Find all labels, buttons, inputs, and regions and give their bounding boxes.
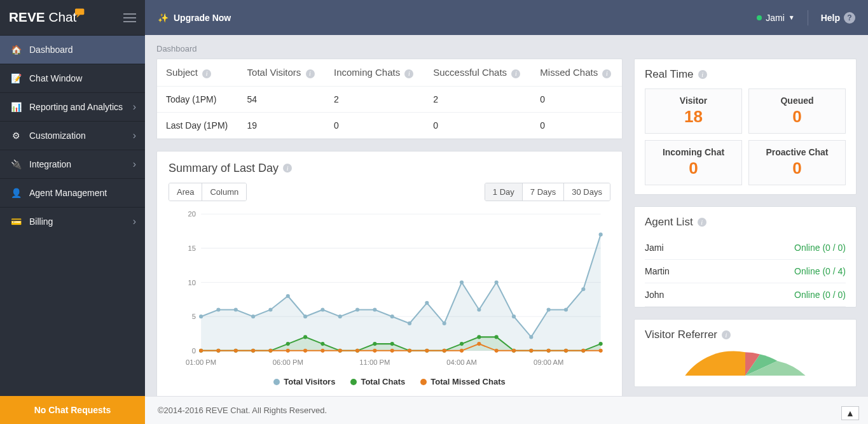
summary-chart: 0510152001:00 PM06:00 PM11:00 PM04:00 AM… [169,208,610,371]
svg-point-27 [338,314,342,318]
agent-row: JohnOnline (0 / 0) [645,283,846,307]
range-1day-button[interactable]: 1 Day [485,183,522,201]
svg-point-33 [443,321,446,325]
nav-chat-window[interactable]: 📝Chat Window [0,64,145,92]
nav-billing[interactable]: 💳Billing› [0,207,145,236]
agent-list[interactable]: JamiOnline (0 / 0) MartinOnline (0 / 4) … [645,236,846,307]
svg-point-86 [529,348,533,352]
svg-point-20 [216,307,220,311]
summary-title: Summary of Last Dayi [169,162,610,175]
help-link[interactable]: Help ? [821,12,855,24]
svg-point-58 [460,342,464,346]
svg-point-82 [460,348,464,352]
svg-point-23 [268,307,272,311]
th-successful: Successful Chats i [424,59,531,86]
svg-point-25 [303,314,307,318]
nav-agent-mgmt[interactable]: 👤Agent Management [0,178,145,207]
gear-icon: ⚙ [10,131,22,141]
column-button[interactable]: Column [202,183,246,201]
table-row: Today (1PM)54220 [157,86,622,112]
th-visitors: Total Visitors i [238,59,325,86]
chevron-right-icon: › [133,130,136,141]
menu-toggle-icon[interactable] [123,13,136,22]
rt-visitor: Visitor18 [645,88,742,134]
svg-point-79 [408,348,411,352]
nav-label: Chat Window [29,73,82,83]
chart-icon: 📊 [10,102,22,112]
upgrade-button[interactable]: ✨ Upgrade Now [158,13,231,23]
chart-range-buttons: 1 Day 7 Days 30 Days [485,183,610,201]
svg-point-24 [286,293,290,297]
brand-logo: REVE Chat [9,8,100,28]
user-menu[interactable]: Jami ▼ [757,13,794,23]
svg-text:09:00 AM: 09:00 AM [534,358,563,366]
scroll-top-button[interactable]: ▲ [841,406,859,420]
info-icon: i [283,164,292,173]
svg-point-38 [529,335,533,339]
nav-label: Dashboard [29,45,73,55]
wand-icon: ✨ [158,13,169,23]
user-icon: 👤 [10,188,22,198]
svg-point-76 [355,348,359,352]
agent-row: MartinOnline (0 / 4) [645,260,846,283]
svg-point-70 [251,348,255,352]
th-subject: Subject i [157,59,238,86]
help-icon: ? [844,12,855,24]
svg-point-73 [303,348,307,352]
range-30days-button[interactable]: 30 Days [563,183,610,201]
nav-integration[interactable]: 🔌Integration› [0,150,145,178]
chat-requests-bar[interactable]: No Chat Requests [0,396,145,424]
agent-row: JamiOnline (0 / 0) [645,236,846,260]
caret-down-icon: ▼ [789,14,795,21]
svg-point-40 [564,307,568,311]
svg-point-48 [286,342,290,346]
chart-view-buttons: Area Column [169,183,247,201]
table-row: Last Day (1PM)19000 [157,112,622,138]
svg-text:5: 5 [192,313,196,320]
svg-point-54 [390,342,394,346]
svg-point-72 [286,348,290,352]
svg-text:04:00 AM: 04:00 AM [446,358,476,366]
svg-point-85 [512,348,516,352]
logo-area: REVE Chat [0,0,145,35]
svg-point-84 [495,348,499,352]
edit-icon: 📝 [10,73,22,83]
info-icon: i [722,330,731,339]
breadcrumb: Dashboard [156,44,857,53]
nav-customization[interactable]: ⚙Customization› [0,121,145,150]
nav-label: Agent Management [29,188,107,198]
legend-visitors: Total Visitors [284,377,335,386]
info-icon: i [698,218,706,227]
nav-label: Reporting and Analytics [29,102,123,112]
nav-label: Customization [29,131,86,141]
svg-point-34 [460,280,464,284]
stats-table-panel: Subject i Total Visitors i Incoming Chat… [156,59,623,139]
svg-point-71 [268,348,272,352]
referrer-title: Visitor Referreri [645,329,846,341]
nav-reporting[interactable]: 📊Reporting and Analytics› [0,92,145,121]
nav-label: Billing [29,216,53,227]
svg-text:10: 10 [188,278,196,286]
svg-point-78 [390,348,394,352]
svg-point-60 [495,335,499,339]
svg-point-77 [373,348,376,352]
svg-point-21 [234,307,238,311]
info-icon: i [698,70,707,79]
svg-point-35 [477,307,481,311]
card-icon: 💳 [10,216,22,227]
agent-list-title: Agent Listi [645,216,846,229]
summary-panel: Summary of Last Dayi Area Column 1 Day 7… [156,151,623,397]
svg-point-80 [425,348,429,352]
svg-point-41 [581,287,585,291]
legend-chats: Total Chats [361,377,405,386]
svg-point-53 [373,342,376,346]
agent-list-panel: Agent Listi JamiOnline (0 / 0) MartinOnl… [634,206,857,307]
nav-dashboard[interactable]: 🏠Dashboard [0,35,145,64]
range-7days-button[interactable]: 7 Days [522,183,563,201]
realtime-panel: Real Timei Visitor18 Queued0 Incoming Ch… [634,59,857,195]
svg-text:15: 15 [188,244,196,251]
chevron-right-icon: › [133,216,136,227]
area-button[interactable]: Area [169,183,202,201]
chevron-right-icon: › [133,101,136,113]
legend-missed: Total Missed Chats [431,377,506,386]
